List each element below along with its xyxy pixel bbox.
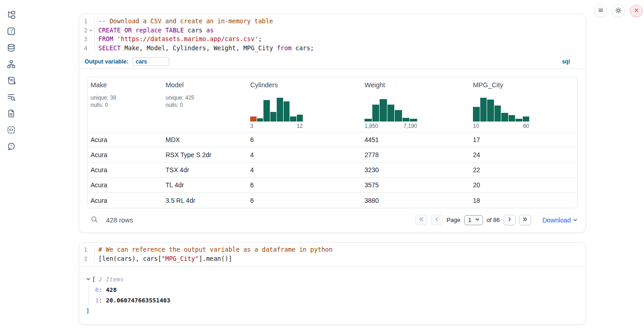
table-row: AcuraTL 4dr6357520 [88, 178, 577, 193]
table-cell: 6 [247, 181, 362, 189]
code-line: 3FROM 'https://datasets.marimo.app/cars.… [79, 35, 585, 44]
tree-close-bracket: ] [86, 306, 585, 316]
fold-toggle[interactable] [87, 28, 94, 32]
table-cell: Acura [88, 151, 163, 159]
table-column-header[interactable]: Makeunique: 38nulls: 0 [88, 77, 163, 132]
sidebar-datasources-button[interactable] [6, 43, 16, 52]
chevron-left-icon [434, 216, 440, 224]
histogram-bar [257, 118, 263, 122]
tree-collapse-button[interactable] [86, 276, 91, 283]
table-column-header[interactable]: MPG_City1060 [470, 77, 577, 132]
column-histogram: 312 [250, 98, 303, 129]
scroll-icon [7, 76, 16, 85]
column-stats: unique: 38nulls: 0 [91, 92, 159, 111]
table-cell: 18 [470, 197, 577, 204]
table-body: AcuraMDX6445117AcuraRSX Type S 2dr427782… [88, 132, 577, 208]
output-variable-label: Output variable: [85, 58, 129, 65]
table-cell: TSX 4dr [163, 166, 247, 174]
svg-text:?: ? [10, 144, 12, 148]
table-cell: Acura [88, 136, 163, 143]
output-variable-row: Output variable: sql [79, 56, 585, 69]
download-button[interactable]: Download [542, 217, 578, 224]
histogram-bar [250, 116, 257, 122]
sidebar-file-tree-button[interactable] [6, 10, 16, 19]
sidebar-variables-button[interactable]: ƒ [6, 26, 16, 36]
table-cell: Acura [88, 181, 163, 189]
sidebar-search-button[interactable] [6, 92, 16, 101]
histogram-min-label: 1,850 [365, 123, 378, 129]
table-row: AcuraRSX Type S 2dr4277824 [88, 148, 577, 163]
histogram-bar [410, 119, 417, 122]
tree-item-index: 0 [95, 286, 99, 293]
table-row: AcuraMDX6445117 [88, 132, 577, 148]
gear-icon [615, 7, 622, 16]
histogram-bar [270, 112, 277, 122]
chevron-right-icon [506, 216, 513, 224]
histogram-bar [284, 101, 290, 122]
histogram-bar [380, 99, 387, 122]
settings-button[interactable] [612, 5, 625, 17]
last-page-button[interactable] [519, 215, 531, 225]
sql-editor[interactable]: 1-- Download a CSV and create an in-memo… [79, 14, 585, 56]
prev-page-button[interactable] [431, 215, 443, 225]
tree-item-index: 1 [95, 297, 99, 304]
file-tree-icon [7, 11, 16, 19]
column-name: Cylinders [250, 81, 358, 89]
sidebar-dependencies-button[interactable] [6, 59, 16, 69]
python-editor[interactable]: 1# We can reference the output variable … [79, 243, 585, 267]
table-cell: 3880 [362, 197, 470, 204]
output-variable-input[interactable] [133, 57, 169, 66]
code-line: 1-- Download a CSV and create an in-memo… [79, 17, 585, 26]
line-number-gutter: 2 [79, 26, 95, 35]
table-cell: Acura [88, 166, 163, 174]
table-column-header[interactable]: Weight1,8507,190 [362, 77, 470, 132]
table-cell: 3230 [362, 166, 470, 174]
page-label: Page [446, 217, 460, 223]
histogram-bar [523, 116, 530, 122]
function-square-icon: ƒ [7, 27, 16, 36]
table-cell: 4 [247, 166, 362, 174]
next-page-button[interactable] [504, 215, 515, 225]
histogram-max-label: 12 [297, 123, 303, 129]
code-line: 2CREATE OR replace TABLE cars as [79, 26, 585, 35]
search-button[interactable] [91, 216, 98, 225]
table-column-header[interactable]: Modelunique: 425nulls: 0 [163, 77, 247, 132]
first-page-button[interactable] [415, 215, 427, 225]
line-number-gutter: 4 [79, 44, 95, 53]
shutdown-button[interactable] [630, 5, 643, 17]
page-total-label: of 86 [487, 217, 500, 223]
table-column-header[interactable]: Cylinders312 [247, 77, 362, 132]
table-cell: 2778 [362, 151, 470, 159]
sidebar-documentation-button[interactable] [6, 109, 16, 118]
sidebar-snippets-button[interactable] [6, 125, 16, 134]
table-cell: RSX Type S 2dr [163, 151, 247, 159]
column-histogram: 1,8507,190 [365, 98, 417, 129]
column-name: MPG_City [473, 81, 574, 89]
column-name: Make [91, 81, 159, 89]
sidebar-help-button[interactable]: ? [6, 142, 16, 151]
table-row: Acura3.5 RL 4dr6388018 [88, 193, 577, 208]
double-chevron-right-icon [522, 216, 528, 224]
histogram-bar [501, 113, 508, 122]
table-cell: Acura [88, 197, 163, 204]
search-icon [91, 216, 98, 225]
line-number-gutter: 2 [79, 254, 95, 264]
page-select[interactable]: 1 [464, 215, 483, 225]
histogram-bar [297, 115, 303, 122]
table-footer: 428 rows Page 1 [87, 208, 578, 233]
tree-item: 1: 20.060747663551403 [95, 295, 585, 306]
chevron-down-icon [573, 217, 578, 224]
close-icon [633, 7, 640, 15]
table-header: Makeunique: 38nulls: 0Modelunique: 425nu… [88, 77, 577, 132]
line-number-gutter: 3 [79, 35, 95, 44]
pagination: Page 1 of 86 [415, 215, 578, 225]
notebook-actions [594, 5, 643, 17]
text-search-icon [7, 93, 16, 101]
tree-open-bracket: [ [92, 274, 96, 285]
hamburger-menu-icon [597, 7, 604, 15]
menu-button[interactable] [594, 5, 607, 17]
table-cell: 22 [470, 166, 577, 174]
table-cell: 24 [470, 151, 577, 159]
sidebar-logs-button[interactable] [6, 76, 16, 85]
dependency-graph-icon [7, 60, 16, 69]
